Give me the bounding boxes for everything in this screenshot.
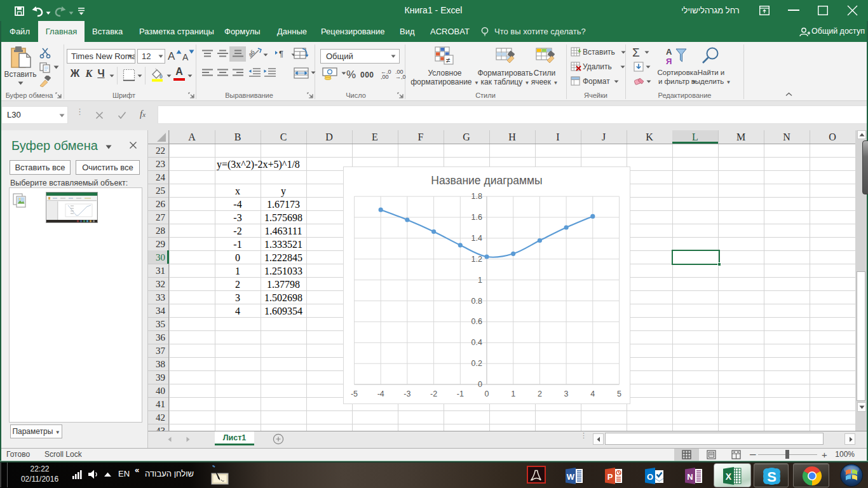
svg-text:4: 4 [590, 390, 595, 398]
svg-text:0: 0 [478, 380, 482, 389]
svg-text:¶: ¶ [279, 49, 283, 58]
svg-text:0: 0 [485, 390, 489, 398]
svg-text:-1: -1 [457, 390, 464, 398]
svg-text:А: А [666, 47, 672, 57]
svg-text:W: W [567, 472, 575, 482]
svg-text:S: S [767, 469, 776, 485]
svg-text:≠: ≠ [446, 56, 451, 65]
svg-text:аб: аб [249, 49, 256, 58]
svg-text:1.8: 1.8 [471, 192, 482, 201]
svg-text:2: 2 [538, 390, 542, 398]
svg-text:0.6: 0.6 [471, 317, 482, 326]
svg-text:1.2: 1.2 [471, 255, 482, 264]
svg-text:1: 1 [478, 276, 482, 285]
svg-text:Я: Я [666, 57, 672, 65]
svg-text:0.2: 0.2 [471, 359, 482, 368]
svg-text:-5: -5 [351, 390, 358, 398]
svg-text:N: N [687, 472, 693, 482]
svg-text:→,0: →,0 [395, 74, 406, 79]
svg-text:X: X [726, 471, 732, 482]
svg-text:-3: -3 [403, 390, 410, 398]
svg-text:1.4: 1.4 [471, 234, 482, 243]
svg-text:P: P [607, 472, 613, 482]
svg-text:-2: -2 [430, 390, 437, 398]
svg-text:3: 3 [564, 390, 569, 398]
svg-text:0.8: 0.8 [471, 297, 482, 306]
svg-text:,00: ,00 [381, 74, 389, 79]
svg-text:1: 1 [511, 390, 515, 398]
svg-text:O: O [647, 472, 653, 482]
svg-text:5: 5 [617, 390, 621, 398]
svg-text:1.6: 1.6 [471, 213, 482, 222]
svg-text:0.4: 0.4 [471, 338, 482, 347]
svg-text:-4: -4 [377, 390, 384, 398]
